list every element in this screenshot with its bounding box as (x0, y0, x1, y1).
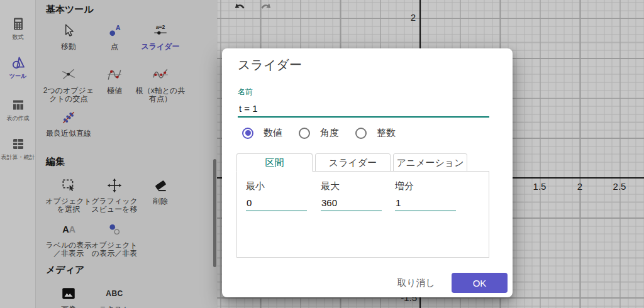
radio-angle-label[interactable]: 角度 (320, 127, 339, 139)
max-label: 最大 (321, 180, 382, 192)
min-label: 最小 (246, 180, 308, 192)
min-input[interactable] (246, 197, 307, 211)
tab-animation[interactable]: アニメーション (393, 153, 467, 172)
ok-button[interactable]: OK (452, 273, 508, 293)
cancel-button[interactable]: 取り消し (392, 273, 440, 293)
name-input[interactable] (238, 100, 489, 118)
max-field: 最大 (321, 180, 382, 211)
tab-slider[interactable]: スライダー (315, 153, 391, 172)
radio-integer[interactable] (355, 128, 367, 139)
radio-angle[interactable] (299, 128, 310, 139)
increment-input[interactable] (395, 197, 456, 211)
increment-label: 増分 (395, 180, 457, 192)
interval-tab-panel: 最小 最大 増分 (236, 171, 489, 258)
radio-number-label[interactable]: 数値 (264, 127, 282, 139)
name-field-label: 名前 (238, 87, 253, 97)
increment-field: 増分 (395, 180, 457, 211)
slider-dialog: スライダー 名前 数値 角度 整数 区間 スライダー アニメーション 最小 最大 (222, 48, 513, 297)
dialog-title: スライダー (238, 57, 302, 74)
slider-type-radio-group: 数値 角度 整数 (242, 127, 412, 139)
tab-interval[interactable]: 区間 (236, 153, 313, 172)
max-input[interactable] (321, 197, 382, 211)
radio-number[interactable] (242, 128, 253, 139)
min-field: 最小 (246, 180, 308, 211)
dialog-tabs: 区間 スライダー アニメーション (236, 153, 467, 172)
radio-integer-label[interactable]: 整数 (377, 127, 396, 139)
geogebra-app: 2 1.5 2 2.5 -1.5 (0, 0, 644, 308)
